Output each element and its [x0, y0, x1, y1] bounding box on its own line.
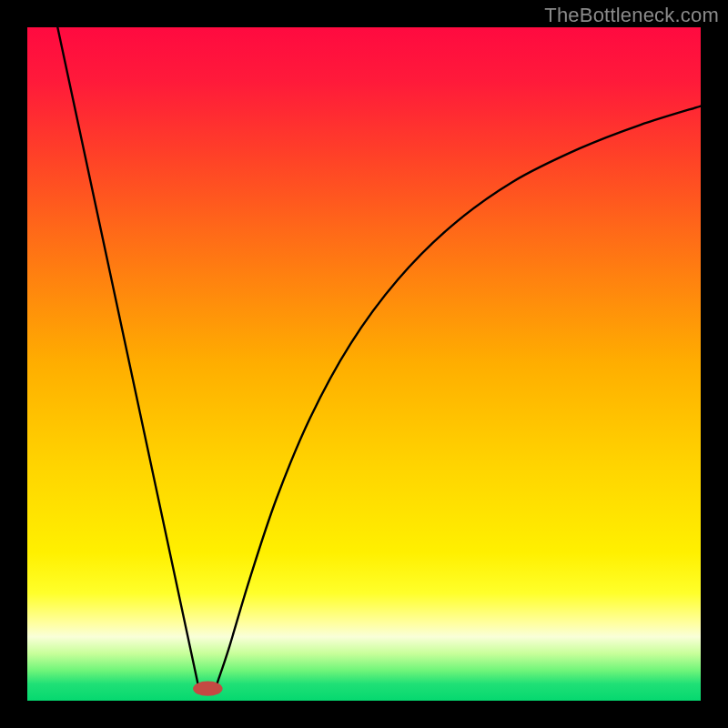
bottleneck-marker [193, 682, 223, 696]
chart-plot [27, 27, 701, 701]
watermark-text: TheBottleneck.com [544, 4, 719, 27]
chart-frame [27, 27, 701, 701]
chart-background [27, 27, 701, 701]
